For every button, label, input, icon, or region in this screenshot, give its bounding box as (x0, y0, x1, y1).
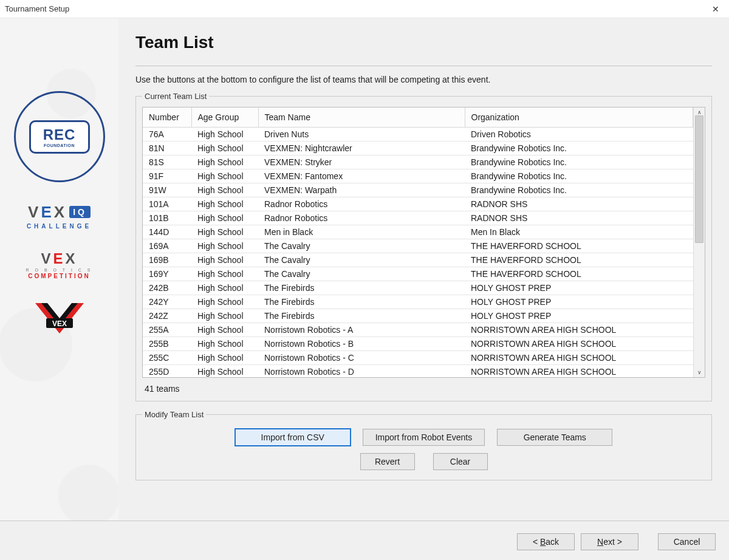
vrc-robotics-label: R O B O T I C S (26, 268, 93, 272)
cell-age-group: High School (191, 128, 258, 142)
cell-team-name: The Cavalry (258, 253, 465, 267)
table-row[interactable]: 169YHigh SchoolThe CavalryTHE HAVERFORD … (143, 267, 693, 281)
col-header-team-name[interactable]: Team Name (258, 108, 465, 128)
vex-u-logo: VEX (9, 300, 109, 346)
cell-organization: THE HAVERFORD SCHOOL (465, 253, 693, 267)
team-table-viewport[interactable]: Number Age Group Team Name Organization … (143, 108, 693, 377)
cell-organization: NORRISTOWN AREA HIGH SCHOOL (465, 323, 693, 337)
vertical-scrollbar[interactable]: ∧ ∨ (693, 108, 705, 377)
scrollbar-track[interactable] (694, 115, 705, 369)
cell-number: 101A (143, 197, 191, 211)
cell-age-group: High School (191, 239, 258, 253)
cell-age-group: High School (191, 225, 258, 239)
team-count-label: 41 teams (145, 384, 703, 394)
generate-teams-button[interactable]: Generate Teams (497, 429, 612, 446)
cell-team-name: Men in Black (258, 225, 465, 239)
cell-number: 169Y (143, 267, 191, 281)
cell-age-group: High School (191, 211, 258, 225)
vex-iq-challenge-label: CHALLENGE (27, 223, 92, 230)
cell-team-name: The Cavalry (258, 267, 465, 281)
cell-organization: Driven Robotics (465, 128, 693, 142)
cancel-button[interactable]: Cancel (658, 533, 716, 550)
close-icon[interactable]: ✕ (707, 2, 724, 16)
table-row[interactable]: 81NHigh SchoolVEXMEN: NightcrawlerBrandy… (143, 142, 693, 155)
modify-team-list-group: Modify Team List Import from CSV Import … (135, 410, 712, 480)
cell-team-name: Norristown Robotics - C (258, 351, 465, 365)
import-from-csv-button[interactable]: Import from CSV (235, 429, 351, 446)
vexu-text: VEX (52, 319, 66, 328)
team-table: Number Age Group Team Name Organization … (143, 108, 693, 377)
wizard-footer: < Back Next > Cancel (0, 521, 729, 560)
cell-organization: HOLY GHOST PREP (465, 295, 693, 309)
table-row[interactable]: 255DHigh SchoolNorristown Robotics - DNO… (143, 365, 693, 377)
cell-number: 76A (143, 128, 191, 142)
vex-robotics-competition-logo: VEX R O B O T I C S COMPETITION (9, 250, 109, 279)
table-row[interactable]: 101AHigh SchoolRadnor RoboticsRADNOR SHS (143, 197, 693, 211)
cell-age-group: High School (191, 281, 258, 295)
table-row[interactable]: 242BHigh SchoolThe FirebirdsHOLY GHOST P… (143, 281, 693, 295)
titlebar: Tournament Setup ✕ (0, 0, 729, 18)
table-row[interactable]: 242ZHigh SchoolThe FirebirdsHOLY GHOST P… (143, 309, 693, 323)
team-table-container: Number Age Group Team Name Organization … (142, 107, 705, 378)
next-button[interactable]: Next > (581, 533, 638, 550)
cell-team-name: VEXMEN: Warpath (258, 183, 465, 197)
table-row[interactable]: 144DHigh SchoolMen in BlackMen In Black (143, 225, 693, 239)
current-team-list-legend: Current Team List (142, 92, 209, 101)
sidebar: REC FOUNDATION VEXIQ CHALLENGE VEX R O B… (0, 18, 118, 521)
table-row[interactable]: 91WHigh SchoolVEXMEN: WarpathBrandywine … (143, 183, 693, 197)
cell-number: 255A (143, 323, 191, 337)
scroll-up-icon[interactable]: ∧ (697, 109, 702, 115)
table-row[interactable]: 242YHigh SchoolThe FirebirdsHOLY GHOST P… (143, 295, 693, 309)
back-button[interactable]: < Back (517, 533, 575, 550)
cell-age-group: High School (191, 197, 258, 211)
table-row[interactable]: 91FHigh SchoolVEXMEN: FantomexBrandywine… (143, 169, 693, 183)
table-row[interactable]: 101BHigh SchoolRadnor RoboticsRADNOR SHS (143, 211, 693, 225)
rec-logo-subtext: FOUNDATION (44, 143, 75, 148)
table-row[interactable]: 169AHigh SchoolThe CavalryTHE HAVERFORD … (143, 239, 693, 253)
table-row[interactable]: 255CHigh SchoolNorristown Robotics - CNO… (143, 351, 693, 365)
cell-age-group: High School (191, 295, 258, 309)
vrc-competition-label: COMPETITION (28, 273, 90, 279)
cell-age-group: High School (191, 309, 258, 323)
table-row[interactable]: 81SHigh SchoolVEXMEN: StrykerBrandywine … (143, 155, 693, 169)
content-area: Team List Use the buttons at the bottom … (118, 18, 729, 521)
table-row[interactable]: 169BHigh SchoolThe CavalryTHE HAVERFORD … (143, 253, 693, 267)
col-header-number[interactable]: Number (143, 108, 191, 128)
col-header-organization[interactable]: Organization (465, 108, 693, 128)
cell-number: 255C (143, 351, 191, 365)
cell-number: 169B (143, 253, 191, 267)
cell-organization: THE HAVERFORD SCHOOL (465, 239, 693, 253)
col-header-age-group[interactable]: Age Group (191, 108, 258, 128)
cell-number: 255B (143, 337, 191, 351)
cell-organization: NORRISTOWN AREA HIGH SCHOOL (465, 351, 693, 365)
cell-number: 169A (143, 239, 191, 253)
cell-organization: Brandywine Robotics Inc. (465, 155, 693, 169)
table-row[interactable]: 255AHigh SchoolNorristown Robotics - ANO… (143, 323, 693, 337)
cell-number: 144D (143, 225, 191, 239)
cell-organization: RADNOR SHS (465, 197, 693, 211)
modify-team-list-legend: Modify Team List (142, 410, 206, 419)
table-row[interactable]: 76AHigh SchoolDriven NutsDriven Robotics (143, 128, 693, 142)
vex-iq-logo: VEXIQ CHALLENGE (9, 203, 109, 230)
divider (135, 66, 712, 66)
scrollbar-thumb[interactable] (695, 115, 703, 243)
scroll-down-icon[interactable]: ∨ (697, 369, 702, 375)
clear-button[interactable]: Clear (433, 453, 488, 470)
cell-team-name: Norristown Robotics - B (258, 337, 465, 351)
current-team-list-group: Current Team List Number Age Group Team … (135, 92, 712, 401)
import-from-robot-events-button[interactable]: Import from Robot Events (363, 429, 485, 446)
cell-team-name: The Cavalry (258, 239, 465, 253)
cell-team-name: Radnor Robotics (258, 197, 465, 211)
cell-organization: Brandywine Robotics Inc. (465, 169, 693, 183)
table-row[interactable]: 255BHigh SchoolNorristown Robotics - BNO… (143, 337, 693, 351)
cell-number: 101B (143, 211, 191, 225)
cell-number: 81N (143, 142, 191, 155)
rec-logo-text: REC (43, 126, 76, 143)
cell-number: 81S (143, 155, 191, 169)
cell-organization: THE HAVERFORD SCHOOL (465, 267, 693, 281)
cell-team-name: Driven Nuts (258, 128, 465, 142)
revert-button[interactable]: Revert (360, 453, 415, 470)
cell-organization: NORRISTOWN AREA HIGH SCHOOL (465, 365, 693, 377)
cell-organization: Brandywine Robotics Inc. (465, 142, 693, 155)
cell-team-name: Norristown Robotics - A (258, 323, 465, 337)
